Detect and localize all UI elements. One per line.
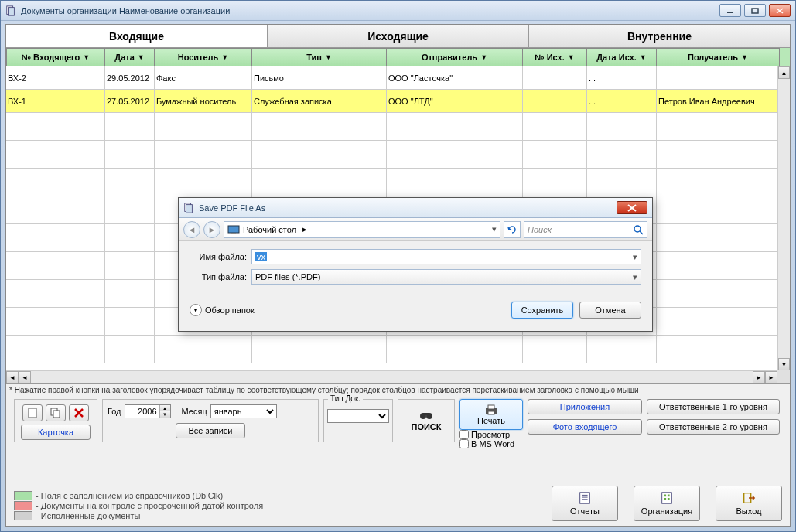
attachments-button[interactable]: Приложения	[528, 399, 642, 414]
dialog-close-button[interactable]	[617, 201, 647, 214]
tab-outgoing[interactable]: Исходящие	[268, 25, 529, 47]
search-field[interactable]: Поиск	[524, 221, 647, 238]
svg-rect-1	[9, 7, 15, 15]
year-label: Год	[108, 407, 121, 416]
window-title: Документы организации Наименование орган…	[21, 6, 719, 15]
month-select[interactable]: январь	[210, 404, 277, 418]
chevron-right-icon: ▸	[302, 224, 307, 234]
photo-button[interactable]: Фото входящего	[528, 419, 642, 435]
all-records-button[interactable]: Все записи	[176, 423, 245, 438]
year-up[interactable]: ▲	[159, 405, 170, 411]
minimize-button[interactable]	[719, 4, 741, 17]
svg-rect-15	[488, 405, 494, 409]
col-sender[interactable]: Отправитель▼	[387, 48, 523, 66]
col-outnum[interactable]: № Исх.▼	[523, 48, 587, 66]
nav-forward-button[interactable]: ►	[203, 221, 220, 238]
svg-rect-17	[580, 493, 590, 503]
col-media[interactable]: Носитель▼	[155, 48, 252, 66]
location-bar[interactable]: Рабочий стол ▸ ▾	[224, 221, 500, 238]
sort-icon: ▼	[480, 53, 487, 61]
table-row	[6, 113, 777, 141]
year-input[interactable]	[125, 405, 159, 418]
svg-rect-22	[664, 495, 666, 497]
tab-internal[interactable]: Внутренние	[529, 25, 790, 47]
reports-button[interactable]: Отчеты	[552, 486, 618, 521]
horizontal-scrollbar[interactable]: ◄ ◄ ► ►	[6, 370, 777, 383]
reports-icon	[578, 491, 592, 505]
dialog-title: Save PDF File As	[199, 203, 617, 213]
organization-button[interactable]: Организация	[634, 486, 700, 521]
svg-rect-8	[53, 411, 60, 418]
app-icon	[5, 5, 16, 16]
year-down[interactable]: ▼	[159, 411, 170, 418]
resp2-button[interactable]: Ответственные 2-го уровня	[647, 419, 780, 435]
delete-doc-button[interactable]	[69, 404, 89, 421]
close-button[interactable]	[769, 4, 791, 17]
vertical-scrollbar[interactable]: ▲ ▼	[777, 66, 790, 370]
col-number[interactable]: № Входящего▼	[6, 48, 105, 66]
card-button[interactable]: Карточка	[21, 425, 91, 440]
scroll-left-button[interactable]: ◄	[19, 371, 31, 384]
filename-dropdown-icon[interactable]: ▾	[633, 252, 637, 262]
maximize-button[interactable]	[744, 4, 766, 17]
dialog-icon	[183, 203, 194, 213]
exit-button[interactable]: Выход	[716, 486, 782, 521]
col-date[interactable]: Дата▼	[105, 48, 155, 66]
doctype-select[interactable]	[327, 409, 389, 423]
sort-icon: ▼	[221, 53, 228, 61]
toolbar: Карточка Год ▲▼ Месяц январь Все записи	[14, 399, 782, 453]
chevron-down-icon: ▾	[190, 304, 202, 316]
preview-checkbox[interactable]: Просмотр	[459, 430, 523, 439]
filename-input[interactable]: vx ▾	[251, 249, 641, 264]
print-button[interactable]: Печать	[459, 399, 523, 430]
scroll-right-button[interactable]: ►	[765, 371, 777, 384]
filetype-label: Тип файла:	[190, 272, 247, 281]
month-label: Месяц	[182, 407, 207, 416]
filename-label: Имя файла:	[190, 252, 247, 261]
msword-checkbox[interactable]: В MS Word	[459, 439, 523, 448]
sort-icon: ▼	[325, 53, 332, 61]
nav-back-button[interactable]: ◄	[183, 221, 200, 238]
svg-rect-25	[668, 498, 670, 500]
svg-rect-28	[186, 204, 193, 213]
desktop-icon	[227, 224, 240, 235]
sort-icon: ▼	[138, 53, 145, 61]
footer-buttons: Отчеты Организация Выход	[552, 486, 782, 521]
col-recipient[interactable]: Получатель▼	[657, 48, 780, 66]
refresh-button[interactable]	[504, 221, 521, 238]
search-icon	[633, 224, 644, 235]
scroll-left-button[interactable]: ◄	[6, 371, 19, 384]
svg-point-33	[634, 226, 641, 232]
new-doc-button[interactable]	[22, 404, 43, 421]
save-dialog: Save PDF File As ◄ ► Рабочий стол ▸ ▾ По…	[178, 197, 653, 332]
svg-rect-21	[662, 493, 672, 503]
col-type[interactable]: Тип▼	[252, 48, 387, 66]
scroll-down-button[interactable]: ▼	[778, 358, 790, 370]
table-row	[6, 169, 777, 196]
sort-icon: ▼	[83, 53, 90, 61]
browse-folders-toggle[interactable]: ▾ Обзор папок	[190, 304, 255, 316]
hint-text: * Нажатие правой кнопки на заголовок упо…	[8, 385, 788, 395]
sort-icon: ▼	[741, 53, 748, 61]
cancel-button[interactable]: Отмена	[579, 302, 641, 319]
search-button[interactable]: ПОИСК	[398, 399, 455, 442]
save-button[interactable]: Сохранить	[511, 302, 573, 319]
col-outdate[interactable]: Дата Исх.▼	[587, 48, 657, 66]
scroll-right-button[interactable]: ►	[753, 371, 765, 384]
resp1-button[interactable]: Ответственные 1-го уровня	[647, 399, 780, 414]
tab-bar: Входящие Исходящие Внутренние	[6, 25, 790, 48]
svg-rect-24	[664, 498, 666, 500]
tab-incoming[interactable]: Входящие	[6, 25, 268, 47]
location-dropdown-icon[interactable]: ▾	[492, 224, 497, 234]
table-row[interactable]: ВХ-1 27.05.2012 Бумажный носитель Служеб…	[6, 90, 777, 113]
table-row[interactable]: ВХ-2 29.05.2012 Факс Письмо ООО "Ласточк…	[6, 66, 777, 90]
year-spinner[interactable]: ▲▼	[125, 404, 171, 418]
filetype-select[interactable]: PDF files (*.PDF) ▾	[251, 269, 641, 285]
doctype-label: Тип Док.	[328, 394, 363, 403]
scroll-up-button[interactable]: ▲	[778, 66, 790, 79]
dialog-footer: ▾ Обзор папок Сохранить Отмена	[179, 297, 652, 323]
filetype-dropdown-icon[interactable]: ▾	[633, 272, 637, 282]
legend-swatch-red	[14, 501, 32, 510]
copy-doc-button[interactable]	[46, 404, 66, 421]
svg-rect-6	[29, 408, 36, 418]
